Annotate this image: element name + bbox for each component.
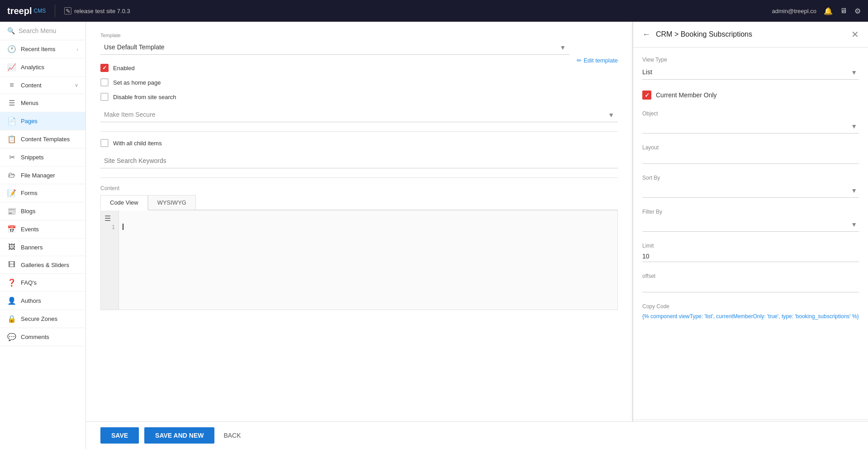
template-label: Template (100, 33, 569, 38)
bottom-actions-bar: SAVE SAVE AND NEW BACK (86, 421, 868, 449)
sidebar-item-banners[interactable]: 🖼 Banners (0, 239, 85, 256)
blogs-icon: 📰 (7, 207, 16, 215)
object-select[interactable] (642, 119, 859, 134)
faqs-icon: ❓ (7, 278, 16, 287)
view-type-select[interactable]: List (642, 65, 859, 80)
sidebar-item-label: FAQ's (21, 279, 37, 286)
site-search-keywords-wrap (100, 153, 618, 168)
line-number-1: 1 (101, 223, 119, 232)
make-item-secure-select[interactable]: Make Item Secure (100, 107, 618, 122)
save-button[interactable]: SAVE (100, 427, 139, 444)
page-editor: Template Use Default Template ▼ ✏ Edit t… (86, 22, 633, 449)
layout-input[interactable] (642, 153, 859, 164)
sidebar-item-galleries-sliders[interactable]: 🎞 Galleries & Sliders (0, 256, 85, 274)
file-manager-icon: 🗁 (7, 171, 16, 179)
code-toolbar-menu-btn[interactable]: ☰ (104, 213, 112, 224)
tab-code-view[interactable]: Code View (100, 195, 148, 210)
sidebar-item-menus[interactable]: ☰ Menus (0, 94, 85, 112)
sidebar-item-file-manager[interactable]: 🗁 File Manager (0, 167, 85, 184)
display-icon[interactable]: 🖥 (840, 7, 847, 15)
right-panel: ← CRM > Booking Subscriptions ✕ View Typ… (633, 22, 868, 449)
sidebar-item-label: Galleries & Sliders (21, 262, 69, 268)
sidebar-item-faqs[interactable]: ❓ FAQ's (0, 274, 85, 292)
tab-wysiwyg[interactable]: WYSIWYG (148, 195, 196, 210)
enabled-checkbox[interactable] (100, 64, 109, 72)
sidebar-item-content[interactable]: ≡ Content ∨ (0, 76, 85, 94)
sort-by-label: Sort By (642, 175, 859, 181)
right-panel-title: CRM > Booking Subscriptions (656, 30, 846, 38)
enabled-checkbox-group[interactable]: Enabled (100, 64, 618, 72)
sidebar-item-label: Secure Zones (21, 315, 57, 322)
sidebar-item-analytics[interactable]: 📈 Analytics (0, 58, 85, 76)
sort-by-group: Sort By ▼ (642, 175, 859, 198)
object-group: Object ▼ (642, 110, 859, 134)
sidebar-item-label: Events (21, 226, 39, 233)
app-logo: treeplCMS (7, 6, 46, 16)
sidebar-item-recent-items[interactable]: 🕐 Recent Items › (0, 40, 85, 58)
code-editor: ☰ 1 (100, 210, 618, 310)
set-home-label: Set as home page (113, 79, 161, 86)
layout-label: Layout (642, 144, 859, 151)
code-cursor (123, 224, 123, 230)
copy-code-group: Copy Code {% component viewType: 'list',… (642, 303, 859, 320)
back-arrow-icon[interactable]: ← (642, 30, 650, 39)
chevron-right-icon: › (76, 47, 78, 52)
secure-zones-icon: 🔒 (7, 315, 16, 323)
object-label: Object (642, 110, 859, 117)
content-section-label: Content (100, 185, 618, 191)
set-home-checkbox-group[interactable]: Set as home page (100, 78, 618, 86)
site-name: release test site 7.0.3 (74, 8, 130, 14)
child-items-checkbox[interactable] (100, 139, 109, 147)
settings-icon[interactable]: ⚙ (854, 7, 861, 15)
admin-email: admin@treepl.co (772, 8, 816, 14)
divider (100, 131, 618, 132)
template-select[interactable]: Use Default Template (100, 40, 569, 55)
sidebar-item-snippets[interactable]: ✂ Snippets (0, 148, 85, 167)
sidebar-item-label: Authors (21, 297, 41, 304)
filter-by-select[interactable] (642, 217, 859, 232)
sidebar-item-label: Comments (21, 334, 49, 340)
notifications-icon[interactable]: 🔔 (824, 7, 833, 15)
edit-template-link[interactable]: ✏ Edit template (577, 57, 618, 64)
sidebar-item-events[interactable]: 📅 Events (0, 220, 85, 239)
close-icon[interactable]: ✕ (851, 29, 859, 40)
offset-label: offset (642, 273, 859, 279)
sort-by-select[interactable] (642, 183, 859, 198)
sidebar-item-pages[interactable]: 📄 Pages (0, 112, 85, 130)
chevron-down-icon: ∨ (75, 82, 78, 88)
code-gutter: 1 (101, 210, 119, 310)
make-item-secure-group: Make Item Secure ▼ (100, 107, 618, 122)
sidebar-item-forms[interactable]: 📝 Forms (0, 184, 85, 202)
limit-input[interactable] (642, 251, 859, 262)
sidebar-item-authors[interactable]: 👤 Authors (0, 292, 85, 310)
sidebar-search-container[interactable]: 🔍 Search Menu (0, 22, 85, 40)
sidebar-item-content-templates[interactable]: 📋 Content Templates (0, 130, 85, 148)
disable-search-checkbox[interactable] (100, 93, 109, 101)
sidebar-item-label: Pages (21, 118, 38, 124)
code-body[interactable] (119, 210, 617, 310)
back-button[interactable]: BACK (220, 427, 244, 444)
site-icon: ✎ (64, 7, 71, 14)
filter-by-label: Filter By (642, 209, 859, 215)
view-type-select-wrap: List ▼ (642, 65, 859, 80)
current-member-checkbox-row[interactable]: Current Member Only (642, 91, 859, 100)
sidebar-item-label: Snippets (21, 154, 44, 161)
set-home-checkbox[interactable] (100, 78, 109, 86)
disable-search-checkbox-group[interactable]: Disable from site search (100, 93, 618, 101)
sidebar-item-label: Content (21, 82, 42, 89)
template-select-wrap: Use Default Template ▼ (100, 40, 569, 55)
copy-code-value[interactable]: {% component viewType: 'list', currentMe… (642, 312, 859, 320)
sidebar-item-comments[interactable]: 💬 Comments (0, 328, 85, 346)
sidebar-item-blogs[interactable]: 📰 Blogs (0, 202, 85, 220)
sidebar-item-secure-zones[interactable]: 🔒 Secure Zones (0, 310, 85, 328)
object-select-wrap: ▼ (642, 119, 859, 134)
offset-input[interactable] (642, 281, 859, 292)
sidebar-item-label: File Manager (21, 172, 55, 179)
child-items-checkbox-group[interactable]: With all child items (100, 139, 618, 147)
recent-items-icon: 🕐 (7, 45, 16, 53)
save-and-new-button[interactable]: SAVE AND NEW (144, 427, 214, 444)
sidebar-item-label: Recent Items (21, 46, 56, 53)
layout-group: Layout (642, 144, 859, 164)
site-search-keywords-input[interactable] (100, 153, 618, 168)
current-member-checkbox[interactable] (642, 91, 651, 100)
